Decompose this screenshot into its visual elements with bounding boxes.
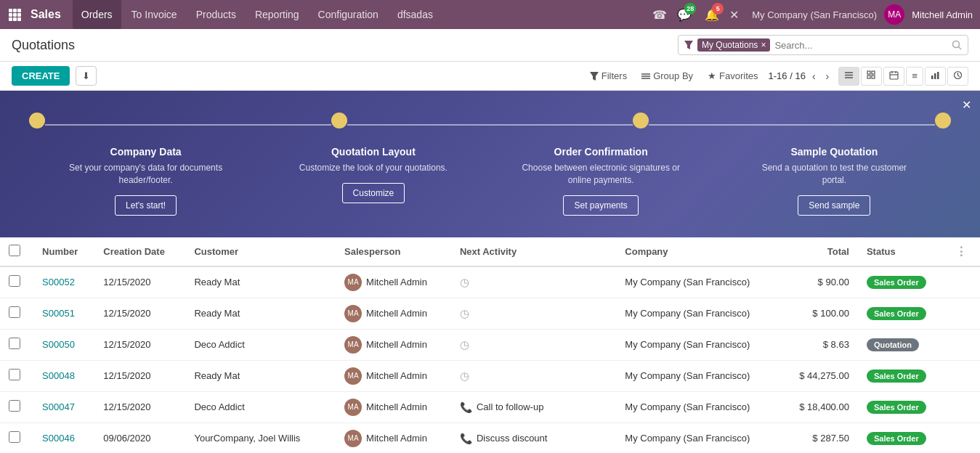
- favorites-button[interactable]: ★ Favorites: [703, 68, 762, 84]
- col-salesperson[interactable]: Salesperson: [336, 237, 451, 266]
- filter-tag[interactable]: My Quotations ×: [697, 38, 770, 52]
- number-link-1[interactable]: S00051: [42, 308, 75, 319]
- banner-close-button[interactable]: ✕: [962, 98, 971, 112]
- row-activity-4[interactable]: 📞 Call to follow-up: [451, 391, 616, 423]
- row-select-3[interactable]: [9, 369, 20, 380]
- grid-view-button[interactable]: ≡: [906, 67, 923, 86]
- row-opts-4[interactable]: [947, 391, 980, 423]
- col-next-activity[interactable]: Next Activity: [451, 237, 616, 266]
- table-row: S00048 12/15/2020 Ready Mat MA Mitchell …: [0, 360, 980, 391]
- col-number[interactable]: Number: [33, 237, 94, 266]
- toolbar-right: Filters Group By ★ Favorites 1-16 / 16 ‹…: [586, 67, 968, 86]
- row-customer-2[interactable]: Deco Addict: [185, 329, 336, 360]
- row-checkbox-0[interactable]: [0, 266, 33, 298]
- status-badge-3: Sales Order: [867, 370, 926, 383]
- menu-configuration[interactable]: Configuration: [309, 0, 387, 29]
- row-number-4[interactable]: S00047: [33, 391, 94, 423]
- number-link-4[interactable]: S00047: [42, 401, 75, 412]
- calendar-view-button[interactable]: [883, 67, 904, 86]
- row-number-0[interactable]: S00052: [33, 266, 94, 298]
- status-badge-2: Quotation: [867, 338, 919, 351]
- menu-dfsadas[interactable]: dfsadas: [389, 0, 442, 29]
- kanban-view-button[interactable]: [861, 67, 882, 86]
- menu-reporting[interactable]: Reporting: [246, 0, 308, 29]
- row-number-2[interactable]: S00050: [33, 329, 94, 360]
- row-number-5[interactable]: S00046: [33, 423, 94, 453]
- menu-products[interactable]: Products: [187, 0, 245, 29]
- row-select-1[interactable]: [9, 306, 20, 318]
- close-icon[interactable]: ✕: [729, 8, 739, 22]
- step4-button[interactable]: Send sample: [798, 195, 870, 216]
- row-activity-0: ◷: [451, 266, 616, 298]
- number-link-2[interactable]: S00050: [42, 339, 75, 350]
- messages-button[interactable]: 💬 28: [674, 4, 694, 25]
- menu-orders[interactable]: Orders: [73, 0, 121, 29]
- row-customer-4[interactable]: Deco Addict: [185, 391, 336, 423]
- avatar[interactable]: MA: [884, 4, 904, 25]
- row-date-3: 12/15/2020: [94, 360, 185, 391]
- activity-icon-5: 📞: [460, 433, 472, 444]
- row-checkbox-1[interactable]: [0, 298, 33, 329]
- row-total-2: $ 8.63: [780, 329, 858, 360]
- notifications-button[interactable]: 🔔 5: [702, 4, 722, 25]
- download-button[interactable]: ⬇: [76, 66, 97, 86]
- row-customer-5[interactable]: YourCompany, Joel Willis: [185, 423, 336, 453]
- col-customer[interactable]: Customer: [185, 237, 336, 266]
- row-number-3[interactable]: S00048: [33, 360, 94, 391]
- step2-button[interactable]: Customize: [342, 183, 405, 203]
- list-view-button[interactable]: [838, 67, 859, 86]
- prev-page-button[interactable]: ‹: [809, 69, 819, 83]
- col-total[interactable]: Total: [780, 237, 858, 266]
- row-opts-2[interactable]: [947, 329, 980, 360]
- step1-button[interactable]: Let's start!: [115, 195, 177, 216]
- number-link-3[interactable]: S00048: [42, 370, 75, 381]
- pagination: 1-16 / 16 ‹ ›: [769, 69, 833, 83]
- row-select-2[interactable]: [9, 338, 20, 349]
- create-button[interactable]: CREATE: [12, 66, 70, 86]
- row-activity-5[interactable]: 📞 Discuss discount: [451, 423, 616, 453]
- number-link-5[interactable]: S00046: [42, 433, 75, 444]
- svg-rect-20: [872, 71, 875, 74]
- row-checkbox-4[interactable]: [0, 391, 33, 423]
- groupby-button[interactable]: Group By: [637, 68, 697, 84]
- select-all-checkbox[interactable]: [9, 245, 20, 256]
- phone-icon[interactable]: ☎: [652, 8, 667, 22]
- row-opts-5[interactable]: [947, 423, 980, 453]
- row-select-0[interactable]: [9, 275, 20, 287]
- row-customer-0[interactable]: Ready Mat: [185, 266, 336, 298]
- clock-view-button[interactable]: [947, 67, 968, 86]
- menu-to-invoice[interactable]: To Invoice: [123, 0, 186, 29]
- apps-menu[interactable]: [7, 7, 22, 22]
- row-opts-0[interactable]: [947, 266, 980, 298]
- number-link-0[interactable]: S00052: [42, 277, 75, 287]
- row-select-4[interactable]: [9, 400, 20, 412]
- select-all-header[interactable]: [0, 237, 33, 266]
- row-opts-3[interactable]: [947, 360, 980, 391]
- step3-button[interactable]: Set payments: [563, 195, 638, 216]
- svg-rect-0: [9, 9, 12, 12]
- col-company[interactable]: Company: [616, 237, 780, 266]
- filters-button[interactable]: Filters: [586, 68, 631, 84]
- row-checkbox-5[interactable]: [0, 423, 33, 453]
- search-icon[interactable]: [952, 40, 962, 50]
- row-select-5[interactable]: [9, 431, 20, 443]
- table-row: S00052 12/15/2020 Ready Mat MA Mitchell …: [0, 266, 980, 298]
- next-page-button[interactable]: ›: [822, 69, 833, 83]
- chart-view-button[interactable]: [925, 67, 946, 86]
- row-number-1[interactable]: S00051: [33, 298, 94, 329]
- row-customer-1[interactable]: Ready Mat: [185, 298, 336, 329]
- row-checkbox-2[interactable]: [0, 329, 33, 360]
- col-creation-date[interactable]: Creation Date: [94, 237, 185, 266]
- step2-title: Quotation Layout: [331, 146, 416, 158]
- row-opts-1[interactable]: [947, 298, 980, 329]
- search-input[interactable]: [774, 40, 947, 51]
- step3-title: Order Confirmation: [554, 146, 648, 158]
- favorites-label: Favorites: [719, 70, 758, 81]
- salesperson-name-2: Mitchell Admin: [366, 339, 427, 350]
- row-checkbox-3[interactable]: [0, 360, 33, 391]
- filter-tag-remove[interactable]: ×: [761, 40, 766, 50]
- row-customer-3[interactable]: Ready Mat: [185, 360, 336, 391]
- col-status[interactable]: Status: [858, 237, 947, 266]
- activity-text-4: Call to follow-up: [477, 401, 544, 412]
- col-options[interactable]: ⋮: [947, 237, 980, 266]
